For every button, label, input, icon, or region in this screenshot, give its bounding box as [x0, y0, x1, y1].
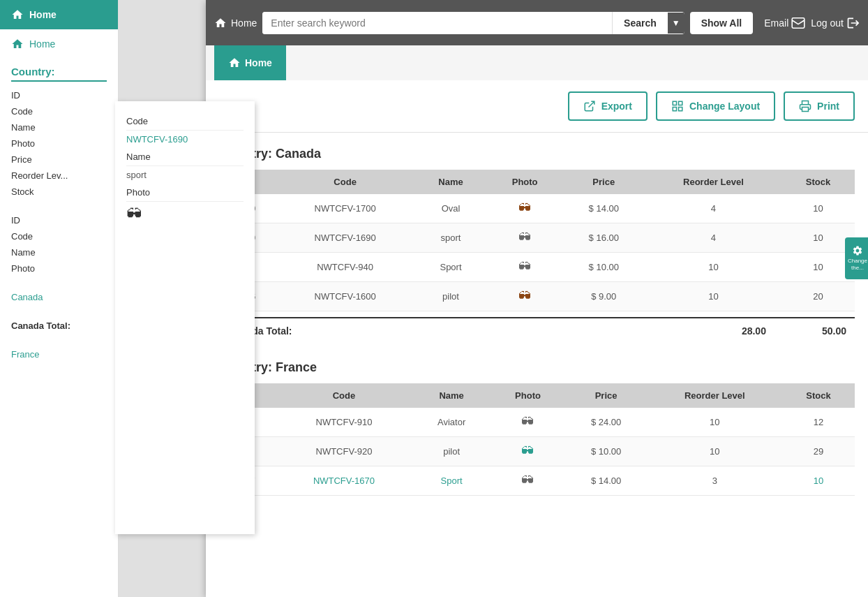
france-item: France	[11, 346, 107, 362]
search-dropdown-button[interactable]: ▼	[668, 13, 684, 34]
cell-name: Oval	[414, 194, 488, 223]
show-all-label: Show All	[701, 17, 742, 29]
france-col-code: Code	[276, 383, 412, 408]
cell-reorder: 3	[647, 466, 782, 496]
cell-reorder: 10	[647, 408, 782, 437]
nav-home-icon	[228, 57, 241, 69]
canada-table-header: ID Code Name Photo Price Reorder Level S…	[220, 170, 855, 194]
field-id2: ID	[11, 212, 107, 228]
france-heading: Country: France	[220, 360, 855, 375]
france-col-stock: Stock	[782, 383, 855, 408]
detail-name-value: sport	[126, 166, 244, 184]
search-input[interactable]	[262, 12, 612, 34]
cell-photo: 🕶	[487, 282, 562, 311]
cell-name: Sport	[414, 253, 488, 282]
detail-code-label: Code	[126, 112, 244, 131]
cell-reorder: 4	[645, 223, 781, 253]
glasses-icon: 🕶	[518, 289, 531, 303]
sidebar-home-tab-teal[interactable]: Home	[0, 0, 118, 29]
france-table-body: 91 NWTCFV-910 Aviator 🕶 $ 24.00 10 12 92…	[220, 408, 855, 496]
svg-rect-3	[678, 101, 682, 105]
cell-reorder: 10	[645, 282, 781, 311]
cell-price: $ 10.00	[565, 437, 648, 466]
glasses-icon: 🕶	[518, 260, 531, 274]
cell-price: $ 14.00	[565, 466, 648, 496]
gear-icon	[852, 245, 863, 256]
cell-stock: 12	[782, 408, 855, 437]
home-icon	[11, 8, 24, 21]
topbar-email[interactable]: Email	[764, 17, 805, 29]
cell-code: NWTCFV-1600	[276, 282, 414, 311]
cell-price: $ 14.00	[562, 194, 645, 223]
search-button[interactable]: Search	[612, 12, 668, 34]
toolbar: Export Change Layout Print	[206, 80, 868, 133]
canada-col-code: Code	[276, 170, 414, 194]
canada-col-stock: Stock	[781, 170, 855, 194]
cell-price: $ 16.00	[562, 223, 645, 253]
cell-reorder: 10	[647, 437, 782, 466]
sidebar-home-tab-white[interactable]: Home	[0, 29, 118, 59]
france-table: ID Code Name Photo Price Reorder Level S…	[220, 383, 855, 496]
cell-photo: 🕶	[491, 466, 564, 496]
france-col-price: Price	[565, 383, 648, 408]
print-button[interactable]: Print	[784, 91, 855, 121]
table-row: 92 NWTCFV-920 pilot 🕶 $ 10.00 10 29	[220, 437, 855, 466]
canada-total-values: 28.00 50.00	[742, 325, 846, 337]
email-icon	[791, 17, 805, 29]
export-button[interactable]: Export	[568, 91, 648, 121]
field-id: ID	[11, 87, 107, 103]
settings-float-button[interactable]: Change the...	[845, 237, 868, 279]
france-col-photo: Photo	[491, 383, 564, 408]
logout-button[interactable]: Log out	[811, 16, 860, 30]
cell-reorder: 4	[645, 194, 781, 223]
side-fields: Country: ID Code Name Photo Price Reorde…	[0, 59, 118, 369]
change-layout-icon	[671, 100, 684, 112]
cell-code: NWTCFV-920	[276, 437, 412, 466]
sidebar-home-label2: Home	[29, 38, 55, 50]
cell-stock: 10	[781, 253, 855, 282]
export-icon	[583, 100, 596, 112]
table-row: 94 NWTCFV-940 Sport 🕶 $ 10.00 10 10	[220, 253, 855, 282]
france-section: Country: France ID Code Name Photo Price…	[220, 360, 855, 496]
glasses-icon: 🕶	[521, 415, 534, 429]
topbar: Home Search ▼ Show All Email Log out	[206, 0, 868, 45]
svg-rect-4	[673, 108, 676, 111]
field-name: Name	[11, 119, 107, 135]
cell-code: NWTCFV-1690	[276, 223, 414, 253]
canada-section: Country: Canada ID Code Name Photo Price…	[220, 147, 855, 344]
show-all-button[interactable]: Show All	[690, 12, 754, 34]
canada-table-body: 120 NWTCFV-1700 Oval 🕶 $ 14.00 4 10 119 …	[220, 194, 855, 311]
svg-rect-0	[792, 17, 805, 27]
total-label: Canada Total:	[11, 318, 107, 334]
svg-rect-6	[802, 108, 809, 112]
search-box: Search ▼	[262, 12, 684, 34]
field-photo: Photo	[11, 135, 107, 152]
cell-photo: 🕶	[491, 437, 564, 466]
glasses-photo-icon: 🕶	[126, 205, 142, 223]
cell-stock: 10	[782, 466, 855, 496]
canada-col-price: Price	[562, 170, 645, 194]
sidebar-back: Home Home Country: ID Code Name Photo Pr…	[0, 0, 119, 597]
glasses-icon: 🕶	[521, 473, 534, 487]
detail-code-value: NWTCFV-1690	[126, 131, 244, 148]
cell-code: NWTCFV-940	[276, 253, 414, 282]
topbar-home[interactable]: Home	[214, 17, 257, 29]
detail-photo-value: 🕶	[126, 202, 244, 227]
cell-photo: 🕶	[491, 408, 564, 437]
svg-line-1	[588, 101, 594, 107]
canada-total-reorder: 28.00	[742, 325, 766, 337]
change-layout-button[interactable]: Change Layout	[656, 91, 775, 121]
field-stock: Stock	[11, 184, 107, 200]
nav-home-item[interactable]: Home	[214, 45, 286, 80]
field-reorder: Reorder Lev...	[11, 168, 107, 184]
change-layout-label: Change Layout	[689, 101, 760, 112]
cell-photo: 🕶	[487, 223, 562, 253]
glasses-icon: 🕶	[518, 230, 531, 244]
topbar-home-icon	[214, 17, 227, 29]
cell-code: NWTCFV-1700	[276, 194, 414, 223]
svg-rect-5	[678, 108, 682, 111]
country-value: Canada	[11, 289, 107, 305]
search-label: Search	[624, 17, 657, 29]
svg-rect-2	[673, 101, 676, 105]
detail-photo-label: Photo	[126, 184, 244, 202]
